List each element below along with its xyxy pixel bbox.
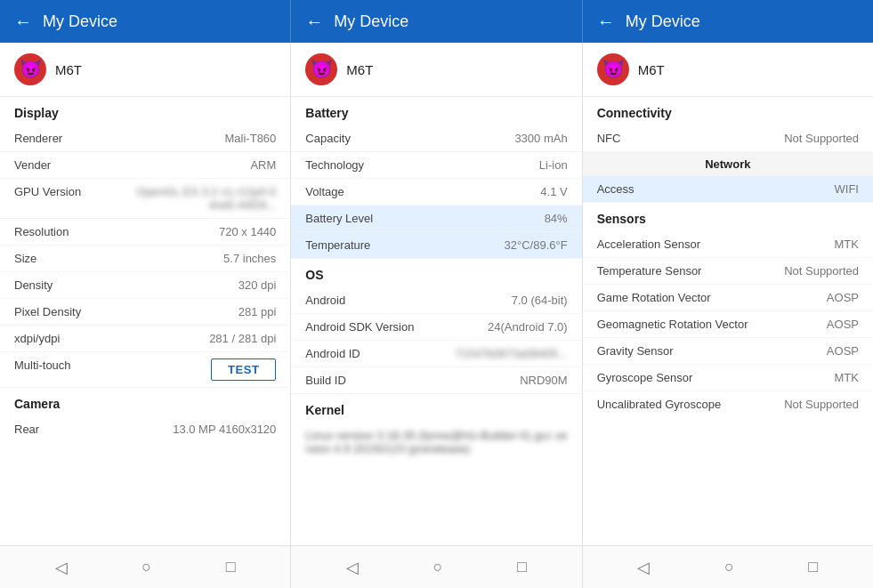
- section-kernel-title: Kernel: [291, 394, 581, 423]
- row-android: Android 7.0 (64-bit): [291, 287, 581, 314]
- device-name-1: M6T: [55, 62, 82, 77]
- nav-panel-1: ◁ ○ □: [0, 546, 291, 588]
- row-density: Density 320 dpi: [0, 272, 290, 299]
- panel-display: 😈 M6T Display Renderer Mali-T860 Vender …: [0, 43, 291, 545]
- row-kernel: Linux version 3.18.35 (fynne@Hz-Builder-…: [291, 423, 581, 462]
- row-size: Size 5.7 inches: [0, 246, 290, 272]
- app-header: ← My Device ← My Device ← My Device: [0, 0, 873, 43]
- row-resolution: Resolution 720 x 1440: [0, 219, 290, 246]
- section-camera-title: Camera: [0, 388, 290, 416]
- header-panel-3: ← My Device: [583, 0, 873, 43]
- header-panel-2: ← My Device: [291, 0, 582, 43]
- back-button-1[interactable]: ←: [14, 12, 32, 32]
- nav-panel-3: ◁ ○ □: [583, 546, 873, 588]
- section-sensors-title: Sensors: [583, 203, 873, 231]
- row-xdpi-ydpi: xdpi/ydpi 281 / 281 dpi: [0, 326, 290, 352]
- section-battery-title: Battery: [291, 97, 581, 125]
- device-icon-1: 😈: [14, 53, 46, 85]
- device-name-2: M6T: [346, 62, 373, 77]
- row-vender: Vender ARM: [0, 152, 290, 179]
- device-header-1: 😈 M6T: [0, 43, 290, 97]
- row-acceleration-sensor: Acceleration Sensor MTK: [583, 231, 873, 258]
- row-access: Access WIFI: [583, 176, 873, 203]
- row-multitouch: Multi-touch TEST: [0, 352, 290, 388]
- back-button-3[interactable]: ←: [597, 12, 615, 32]
- row-android-id: Android ID 71547b0673a08405...: [291, 341, 581, 367]
- header-title-3: My Device: [626, 12, 700, 31]
- row-temperature: Temperature 32°C/89.6°F: [291, 232, 581, 259]
- recent-nav-icon-1[interactable]: □: [226, 558, 236, 576]
- header-panel-1: ← My Device: [0, 0, 291, 43]
- row-uncalibrated-gyroscope: Uncalibrated Gyroscope Not Supported: [583, 391, 873, 417]
- svg-text:😈: 😈: [20, 58, 42, 79]
- svg-text:😈: 😈: [602, 58, 624, 79]
- row-geomagnetic-rotation: Geomagnetic Rotation Vector AOSP: [583, 311, 873, 338]
- section-os-title: OS: [291, 259, 581, 287]
- row-gravity-sensor: Gravity Sensor AOSP: [583, 338, 873, 365]
- header-title-2: My Device: [334, 12, 408, 31]
- recent-nav-icon-2[interactable]: □: [517, 558, 527, 576]
- row-capacity: Capacity 3300 mAh: [291, 125, 581, 152]
- main-content: 😈 M6T Display Renderer Mali-T860 Vender …: [0, 43, 873, 545]
- home-nav-icon-2[interactable]: ○: [433, 558, 443, 576]
- section-display-title: Display: [0, 97, 290, 125]
- row-battery-level: Battery Level 84%: [291, 205, 581, 232]
- panel-connectivity: 😈 M6T Connectivity NFC Not Supported Net…: [583, 43, 873, 545]
- panel-battery: 😈 M6T Battery Capacity 3300 mAh Technolo…: [291, 43, 582, 545]
- svg-text:😈: 😈: [311, 58, 333, 79]
- row-pixel-density: Pixel Density 281 ppi: [0, 299, 290, 326]
- device-icon-2: 😈: [305, 53, 337, 85]
- row-game-rotation: Game Rotation Vector AOSP: [583, 285, 873, 311]
- nav-panel-2: ◁ ○ □: [291, 546, 582, 588]
- row-gpu-version: GPU Version OpenGL ES 3.2 v1.r12p0-04rel…: [0, 179, 290, 219]
- row-gyroscope-sensor: Gyroscope Sensor MTK: [583, 365, 873, 391]
- row-voltage: Voltage 4.1 V: [291, 179, 581, 205]
- back-button-2[interactable]: ←: [305, 12, 323, 32]
- recent-nav-icon-3[interactable]: □: [808, 558, 818, 576]
- test-button[interactable]: TEST: [211, 358, 276, 381]
- nav-bar: ◁ ○ □ ◁ ○ □ ◁ ○ □: [0, 545, 873, 588]
- back-nav-icon-1[interactable]: ◁: [55, 558, 68, 577]
- device-header-2: 😈 M6T: [291, 43, 581, 97]
- section-network-title: Network: [583, 152, 873, 176]
- home-nav-icon-1[interactable]: ○: [141, 558, 151, 576]
- section-connectivity-title: Connectivity: [583, 97, 873, 125]
- row-temperature-sensor: Temperature Sensor Not Supported: [583, 258, 873, 285]
- device-name-3: M6T: [638, 62, 665, 77]
- back-nav-icon-2[interactable]: ◁: [346, 558, 359, 577]
- header-title-1: My Device: [43, 12, 117, 31]
- row-nfc: NFC Not Supported: [583, 125, 873, 152]
- row-rear-camera: Rear 13.0 MP 4160x3120: [0, 416, 290, 442]
- row-technology: Technology Li-ion: [291, 152, 581, 179]
- row-build-id: Build ID NRD90M: [291, 367, 581, 394]
- home-nav-icon-3[interactable]: ○: [724, 558, 734, 576]
- device-icon-3: 😈: [597, 53, 629, 85]
- row-renderer: Renderer Mali-T860: [0, 125, 290, 152]
- row-sdk-version: Android SDK Version 24(Android 7.0): [291, 314, 581, 341]
- back-nav-icon-3[interactable]: ◁: [637, 558, 650, 577]
- device-header-3: 😈 M6T: [583, 43, 873, 97]
